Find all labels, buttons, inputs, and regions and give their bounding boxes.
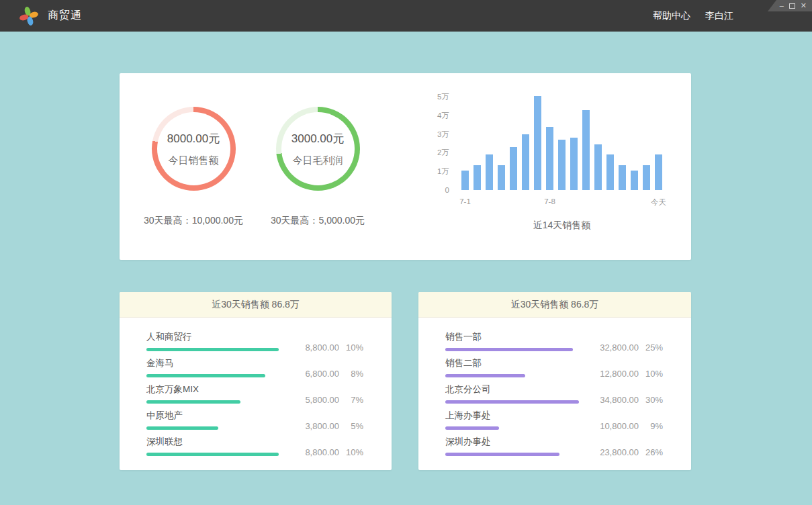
rank-list: 人和商贸行8,800.0010%金海马6,800.008%北京万象MIX5,80… — [120, 318, 392, 456]
rank-item-bar — [146, 400, 240, 404]
window-controls: – ✕ — [768, 0, 812, 11]
sales-bar — [631, 171, 638, 190]
today-sales-value: 8000.00元 — [167, 131, 220, 146]
help-center-link[interactable]: 帮助中心 — [653, 10, 690, 22]
sales-bar — [522, 134, 529, 190]
y-tick-label: 4万 — [437, 111, 449, 120]
rank-item-name: 深圳办事处 — [445, 436, 585, 448]
rank-item-bar — [146, 348, 279, 351]
x-axis: 7-17-8今天 — [432, 197, 674, 208]
rank-item-bar — [445, 348, 573, 351]
pinwheel-logo-icon — [19, 6, 39, 26]
rank-item-bar — [146, 374, 265, 377]
sales-bar — [619, 165, 626, 191]
rank-item-left: 北京万象MIX — [146, 383, 285, 404]
sales-bar — [558, 140, 566, 190]
rank-item-bar — [445, 453, 559, 456]
rank-item-percent: 8% — [339, 369, 363, 379]
rank-item-bar — [445, 426, 499, 430]
rank-item-values: 8,800.0010% — [285, 342, 363, 353]
rank-item-name: 金海马 — [146, 357, 285, 369]
today-sales-donut: 8000.00元 今日销售额 — [152, 107, 236, 191]
rank-item-values: 8,800.0010% — [285, 447, 363, 457]
sales-14day-chart: 5万4万3万2万1万0 7-17-8今天 近14天销售额 — [432, 87, 674, 248]
rank-item-values: 3,800.005% — [285, 421, 363, 431]
rank-item-values: 34,800.0030% — [585, 395, 663, 405]
profit-30day-max: 30天最高：5,000.00元 — [254, 215, 381, 227]
sales-bar — [498, 165, 505, 191]
rank-item-amount: 6,800.00 — [285, 369, 339, 379]
rank-item-amount: 10,800.00 — [585, 421, 639, 431]
rank-item-percent: 10% — [339, 447, 363, 457]
rank-item-left: 北京分公司 — [445, 383, 585, 404]
rank-item-bar — [445, 374, 525, 377]
rank-item-amount: 5,800.00 — [285, 395, 339, 405]
rank-item-left: 深圳联想 — [146, 436, 285, 456]
rank-item-name: 北京万象MIX — [146, 383, 285, 396]
rank-item-amount: 23,800.00 — [585, 447, 639, 457]
sales-bar — [643, 165, 650, 191]
rank-item-values: 5,800.007% — [285, 395, 363, 405]
rank-item-bar — [146, 426, 218, 430]
rank-item-name: 北京分公司 — [445, 383, 585, 396]
rank-item-amount: 32,800.00 — [585, 342, 639, 353]
list-item: 北京分公司34,800.0030% — [445, 383, 663, 404]
rank-item-values: 12,800.0010% — [585, 369, 663, 379]
today-sales-donut-block: 8000.00元 今日销售额 30天最高：10,000.00元 — [130, 107, 257, 227]
list-item: 中原地产3,800.005% — [146, 410, 363, 430]
rank-item-values: 10,800.009% — [585, 421, 663, 431]
rank-item-left: 销售一部 — [445, 331, 585, 351]
minimize-icon[interactable]: – — [780, 2, 784, 9]
customer-sales-rank-card: 近30天销售额 86.8万 人和商贸行8,800.0010%金海马6,800.0… — [120, 292, 392, 470]
rank-item-left: 上海办事处 — [445, 410, 585, 430]
maximize-icon[interactable] — [789, 3, 795, 9]
app-title: 商贸通 — [48, 9, 82, 23]
today-overview-card: 8000.00元 今日销售额 30天最高：10,000.00元 3000.00元… — [120, 73, 691, 260]
list-item: 深圳联想8,800.0010% — [146, 436, 363, 456]
y-tick-label: 2万 — [437, 148, 449, 157]
rank-item-name: 人和商贸行 — [146, 331, 285, 343]
y-tick-label: 5万 — [437, 92, 449, 101]
sales-bar — [606, 154, 614, 190]
rank-item-percent: 25% — [639, 342, 663, 353]
rank-item-amount: 34,800.00 — [585, 395, 639, 405]
list-item: 销售一部32,800.0025% — [445, 331, 663, 351]
rank-item-percent: 7% — [339, 395, 363, 405]
rank-item-bar — [445, 400, 579, 404]
rank-item-left: 深圳办事处 — [445, 436, 585, 456]
today-profit-donut-center: 3000.00元 今日毛利润 — [281, 112, 355, 185]
rank-card-title: 近30天销售额 86.8万 — [120, 292, 392, 318]
rank-item-amount: 12,800.00 — [585, 369, 639, 379]
rank-item-percent: 30% — [639, 395, 663, 405]
rank-item-percent: 26% — [639, 447, 663, 457]
sales-bar — [510, 147, 517, 190]
rank-item-left: 中原地产 — [146, 410, 285, 430]
rank-item-amount: 8,800.00 — [285, 342, 339, 353]
rank-item-values: 6,800.008% — [285, 369, 363, 379]
close-icon[interactable]: ✕ — [801, 2, 807, 9]
list-item: 深圳办事处23,800.0026% — [445, 436, 663, 456]
rank-item-values: 32,800.0025% — [585, 342, 663, 353]
today-profit-label: 今日毛利润 — [293, 154, 343, 167]
rank-item-amount: 3,800.00 — [285, 421, 339, 431]
list-item: 人和商贸行8,800.0010% — [146, 331, 363, 351]
rank-item-name: 销售一部 — [445, 331, 585, 343]
rank-item-values: 23,800.0026% — [585, 447, 663, 457]
y-tick-label: 3万 — [437, 130, 449, 139]
rank-item-percent: 9% — [639, 421, 663, 431]
rank-item-left: 销售二部 — [445, 357, 585, 377]
today-sales-label: 今日销售额 — [169, 154, 219, 167]
rank-item-percent: 10% — [339, 342, 363, 353]
x-tick-label: 7-1 — [459, 197, 471, 205]
rank-list: 销售一部32,800.0025%销售二部12,800.0010%北京分公司34,… — [418, 318, 691, 456]
y-tick-label: 0 — [445, 185, 449, 195]
sales-bar — [546, 127, 553, 191]
rank-item-name: 上海办事处 — [445, 410, 585, 422]
today-profit-donut: 3000.00元 今日毛利润 — [276, 107, 360, 191]
sales-bar — [486, 154, 493, 190]
rank-card-title: 近30天销售额 86.8万 — [418, 292, 691, 318]
today-profit-donut-block: 3000.00元 今日毛利润 30天最高：5,000.00元 — [254, 107, 381, 227]
rank-item-left: 金海马 — [146, 357, 285, 377]
user-menu[interactable]: 李白江 — [705, 10, 733, 22]
sales-bar — [461, 171, 469, 190]
